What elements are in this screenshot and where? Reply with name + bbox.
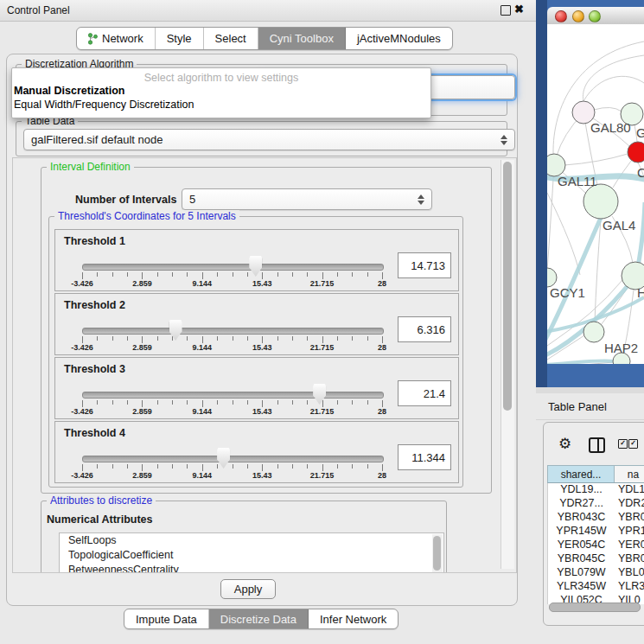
select-all-columns-icon[interactable]: ✓ [628, 439, 638, 449]
threshold-label: Threshold 4 [64, 427, 125, 439]
slider-tick [307, 464, 308, 469]
attribute-list-item[interactable]: TopologicalCoefficient [60, 548, 443, 563]
close-icon[interactable]: ✖ [514, 3, 524, 16]
threshold-value-field[interactable]: 14.713 [398, 252, 451, 278]
slider-tick [352, 272, 353, 277]
network-node[interactable] [583, 184, 618, 219]
network-window-titlebar[interactable] [547, 7, 644, 25]
slider-thumb[interactable] [249, 256, 262, 277]
tab-style[interactable]: Style [156, 28, 204, 49]
tab-jactivemnodules[interactable]: jActiveMNodules [346, 28, 452, 49]
tab-network[interactable]: Network [77, 28, 156, 49]
attribute-list-item[interactable]: SelfLoops [60, 533, 443, 548]
tab-label: Impute Data [136, 613, 197, 626]
tab-impute-data[interactable]: Impute Data [124, 609, 209, 628]
table-data-combobox[interactable]: galFiltered.sif default node [23, 129, 515, 150]
network-node[interactable] [628, 142, 644, 163]
network-graph: GAL80GACGAL11GAL4GCY1HHAP2 [547, 24, 644, 364]
table-row[interactable]: YDL19...YDL1 [548, 483, 644, 497]
slider-track[interactable] [82, 328, 384, 335]
attributes-scrollbar[interactable] [432, 534, 443, 573]
slider-tick-label: -3.426 [71, 343, 93, 352]
slider-thumb[interactable] [313, 384, 326, 405]
slider-tick [262, 400, 263, 407]
table-horizontal-scrollbar[interactable] [549, 603, 644, 610]
slider-tick [142, 400, 143, 407]
table-settings-gear-icon[interactable]: ⚙ [558, 437, 571, 451]
network-node[interactable] [583, 322, 604, 342]
minimize-traffic-light-icon[interactable] [572, 10, 584, 22]
threshold-label: Threshold 3 [64, 363, 125, 375]
settings-scrollbar[interactable] [501, 160, 514, 569]
slider-tick [112, 272, 113, 277]
table-data-group: Table Data galFiltered.sif default node [16, 121, 507, 156]
slider-tick [112, 464, 113, 469]
table-row[interactable]: YPR145WYPR1 [548, 525, 644, 539]
split-columns-icon[interactable] [589, 437, 605, 453]
table-row[interactable]: YER054CYER0 [548, 539, 644, 552]
threshold-slider[interactable]: -3.4262.8599.14415.4321.71528 [78, 254, 394, 289]
apply-button[interactable]: Apply [220, 579, 276, 599]
shared-name-cell: YBR043C [548, 511, 615, 525]
slider-tick [247, 272, 248, 277]
threshold-panel-3: Threshold 3-3.4262.8599.14415.4321.71528… [54, 357, 459, 419]
slider-thumb[interactable] [169, 320, 182, 341]
table-row[interactable]: YDR27...YDR2 [548, 497, 644, 511]
slider-tick [82, 464, 83, 471]
slider-tick [322, 272, 323, 279]
slider-track[interactable] [82, 456, 384, 462]
threshold-value-field[interactable]: 11.344 [398, 444, 451, 470]
network-node-label: H [637, 285, 644, 300]
float-window-icon[interactable] [501, 5, 511, 16]
slider-tick [97, 464, 98, 469]
column-header-shared-name[interactable]: shared... [548, 466, 615, 482]
slider-tick [187, 400, 188, 405]
slider-tick [307, 336, 308, 341]
number-of-intervals-combobox[interactable]: 5 [182, 188, 432, 210]
table-row[interactable]: YBL079WYBL0 [548, 566, 644, 580]
algorithm-option-manual[interactable]: Manual Discretization [12, 84, 430, 98]
tab-cyni-toolbox[interactable]: Cyni Toolbox [258, 28, 346, 49]
tab-select[interactable]: Select [204, 28, 258, 49]
tab-discretize-data[interactable]: Discretize Data [209, 609, 309, 628]
name-cell: YDR2 [615, 497, 644, 511]
threshold-value-field[interactable]: 21.4 [398, 380, 451, 406]
numerical-attributes-list[interactable]: SelfLoopsTopologicalCoefficientBetweenne… [59, 532, 444, 573]
threshold-slider[interactable]: -3.4262.8599.14415.4321.71528 [78, 446, 394, 481]
close-traffic-light-icon[interactable] [555, 10, 567, 22]
slider-tick [322, 400, 323, 407]
settings-scrollbar-thumb[interactable] [503, 162, 512, 411]
tab-label: Discretize Data [220, 613, 296, 626]
slider-track[interactable] [82, 264, 384, 271]
attributes-scrollbar-thumb[interactable] [433, 536, 441, 571]
slider-tick [292, 336, 293, 341]
select-columns-icon[interactable]: ✓ [618, 439, 628, 449]
slider-tick [97, 336, 98, 341]
tab-infer-network[interactable]: Infer Network [309, 609, 398, 628]
network-node[interactable] [547, 268, 557, 287]
table-row[interactable]: YBR043CYBR0 [548, 511, 644, 525]
slider-tick-label: 9.144 [193, 343, 213, 352]
table-row[interactable]: YLR345WYLR3 [548, 580, 644, 594]
threshold-slider[interactable]: -3.4262.8599.14415.4321.71528 [78, 382, 394, 417]
zoom-traffic-light-icon[interactable] [589, 10, 601, 22]
slider-tick [97, 400, 98, 405]
slider-tick-label: 9.144 [193, 471, 213, 480]
table-row[interactable]: YBR045CYBR0 [548, 552, 644, 566]
attribute-list-item[interactable]: BetweennessCentrality [60, 563, 443, 573]
slider-tick [217, 464, 218, 469]
slider-tick [322, 464, 323, 471]
slider-tick-label: 28 [378, 279, 386, 288]
slider-tick [82, 336, 83, 343]
tab-label: Select [215, 32, 246, 45]
network-view-canvas[interactable]: GAL80GACGAL11GAL4GCY1HHAP2 [547, 24, 644, 364]
algorithm-option-equal-width[interactable]: Equal Width/Frequency Discretization [12, 98, 430, 112]
slider-thumb[interactable] [217, 448, 230, 469]
slider-track[interactable] [82, 392, 384, 399]
column-header-name[interactable]: na [615, 466, 644, 482]
combobox-stepper-icon [501, 135, 508, 145]
threshold-value-field[interactable]: 6.316 [398, 316, 451, 342]
threshold-slider[interactable]: -3.4262.8599.14415.4321.71528 [78, 318, 394, 353]
slider-tick [187, 464, 188, 469]
table-horizontal-scrollbar-thumb[interactable] [549, 603, 641, 612]
